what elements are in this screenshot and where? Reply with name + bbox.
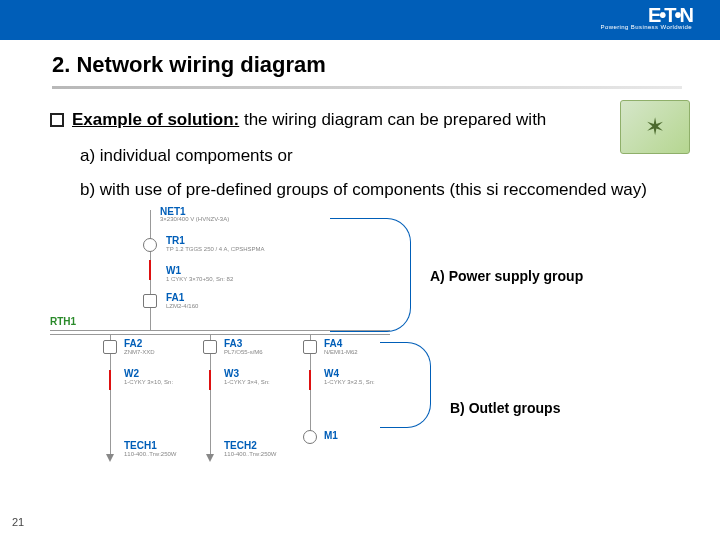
bullet-row: Example of solution: the wiring diagram …	[50, 110, 546, 130]
diagram-sub-fa1: LZM2-4/160	[166, 303, 198, 309]
slide: E•T•N Powering Business Worldwide 2. Net…	[0, 0, 720, 540]
header-bar: E•T•N Powering Business Worldwide	[0, 0, 720, 40]
diagram-label-w3: W3	[224, 368, 239, 379]
diagram-sub-tech1: 110-400..Trw:250W	[124, 451, 176, 457]
bullet-text: the wiring diagram can be prepared with	[244, 110, 546, 129]
diagram-label-tech1: TECH1	[124, 440, 157, 451]
diagram-sub-fa4: N/EMI1-M62	[324, 349, 358, 355]
diagram-label-rth: RTH1	[50, 316, 76, 327]
diagram-label-fa2: FA2	[124, 338, 142, 349]
diagram-node-tr1	[143, 238, 157, 252]
diagram-arrow-2	[206, 454, 214, 462]
diagram-label-tech2: TECH2	[224, 440, 257, 451]
callout-a: A) Power supply group	[430, 268, 583, 284]
bullet-square-icon	[50, 113, 64, 127]
diagram-node-fa1	[143, 294, 157, 308]
callout-b: B) Outlet groups	[450, 400, 560, 416]
diagram-node-fa2	[103, 340, 117, 354]
diagram-bus-line-2	[50, 334, 390, 335]
diagram-sub-net1: 3×230/400 V (HVNZV-3A)	[160, 216, 229, 222]
diagram-sub-w4: 1-CYKY 3×2.5, Sn:	[324, 379, 375, 385]
diagram-sub-w1: 1 CYKY 3×70+50, Sn: 82	[166, 276, 233, 282]
callout-bracket-a	[330, 218, 411, 332]
diagram-node-m1	[303, 430, 317, 444]
diagram-label-w2: W2	[124, 368, 139, 379]
diagram-sub-w3: 1-CYKY 3×4, Sn:	[224, 379, 270, 385]
diagram-label-tr1: TR1	[166, 235, 185, 246]
diagram-sub-tech2: 110-400..Trw:250W	[224, 451, 276, 457]
diagram-sub-fa2: ZNM7-XXD	[124, 349, 155, 355]
diagram-cable-w3	[209, 370, 211, 390]
diagram-label-fa3: FA3	[224, 338, 242, 349]
diagram-sub-fa3: PL7/O55-s/M6	[224, 349, 263, 355]
spark-icon: ✶	[645, 113, 665, 141]
callout-bracket-b	[380, 342, 431, 428]
diagram-arrow-1	[106, 454, 114, 462]
body-line-a: a) individual compoments or	[80, 146, 293, 166]
slide-title: 2. Network wiring diagram	[52, 52, 326, 78]
corner-thumbnail: ✶	[620, 100, 690, 154]
diagram-label-w1: W1	[166, 265, 181, 276]
brand-name: E•T•N	[601, 6, 692, 24]
diagram-label-m1: M1	[324, 430, 338, 441]
page-number: 21	[12, 516, 24, 528]
title-underline	[52, 86, 682, 89]
diagram-sub-w2: 1-CYKY 3×10, Sn:	[124, 379, 173, 385]
diagram-label-fa1: FA1	[166, 292, 184, 303]
body-line-b: b) with use of pre-defined groups of com…	[80, 180, 647, 200]
bullet-lead: Example of solution:	[72, 110, 239, 129]
brand-logo: E•T•N Powering Business Worldwide	[601, 6, 692, 30]
diagram-node-fa3	[203, 340, 217, 354]
diagram-label-w4: W4	[324, 368, 339, 379]
diagram-sub-tr1: TP 1.2 TGGS 250 / 4 A, CPSHSPMA	[166, 246, 265, 252]
diagram-cable-w1	[149, 260, 151, 280]
diagram-label-fa4: FA4	[324, 338, 342, 349]
diagram-cable-w4	[309, 370, 311, 390]
diagram-cable-w2	[109, 370, 111, 390]
diagram-node-fa4	[303, 340, 317, 354]
brand-tagline: Powering Business Worldwide	[601, 24, 692, 30]
